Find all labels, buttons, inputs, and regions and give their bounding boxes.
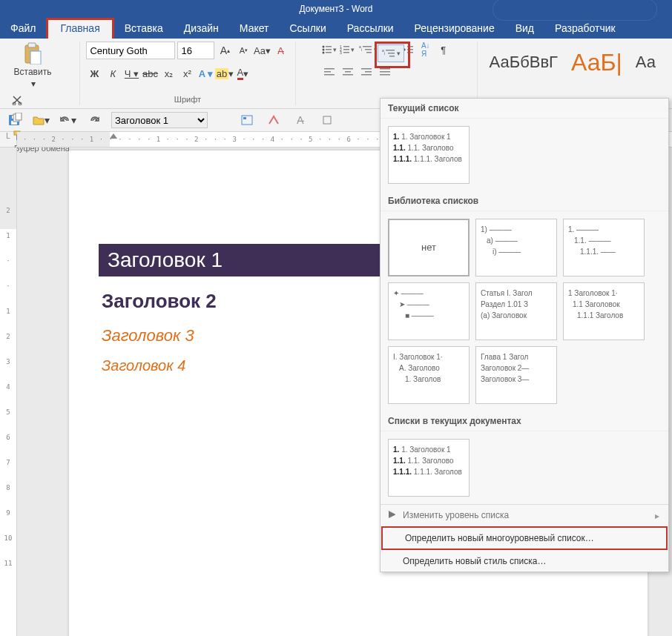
font-name-combo[interactable] xyxy=(86,42,175,59)
font-size-combo[interactable] xyxy=(177,42,214,59)
tab-design[interactable]: Дизайн xyxy=(174,18,229,39)
qat-btn-2[interactable] xyxy=(264,110,283,130)
dropdown-commands: ⯈ Изменить уровень списка ▸ Определить н… xyxy=(381,504,668,572)
svg-rect-45 xyxy=(386,50,395,51)
style-quick-selector[interactable]: Заголовок 1 xyxy=(111,112,208,128)
paste-button[interactable]: Вставить ▾ xyxy=(9,42,56,89)
svg-rect-24 xyxy=(365,49,372,50)
tab-file[interactable]: Файл xyxy=(0,18,46,39)
bold-button[interactable]: Ж xyxy=(86,65,102,82)
list-item[interactable]: Глава 1 Загол Заголовок 2— Заголовок 3— xyxy=(475,346,557,404)
change-case-button[interactable]: Aa▾ xyxy=(254,42,270,59)
svg-rect-43 xyxy=(380,74,390,76)
vruler-ticks: 2 1 · · 1 2 3 4 5 6 7 8 9 10 11 xyxy=(0,148,16,576)
show-marks-button[interactable]: ¶ xyxy=(435,42,452,58)
multilevel-list-button-active[interactable]: ai▾ xyxy=(378,44,404,62)
svg-rect-14 xyxy=(326,52,332,53)
decrease-font-button[interactable]: A▾ xyxy=(235,42,251,59)
svg-rect-30 xyxy=(407,49,413,50)
style-preview-3[interactable]: Аа xyxy=(636,53,656,72)
tab-review[interactable]: Рецензирование xyxy=(404,18,505,39)
align-left-button[interactable] xyxy=(321,64,337,80)
tab-references[interactable]: Ссылки xyxy=(279,18,336,39)
clipboard-icon xyxy=(21,42,45,65)
italic-button[interactable]: К xyxy=(105,65,121,82)
highlight-button[interactable]: ab▾ xyxy=(216,65,232,82)
ruler-ticks: · · · 2 · · · 1 · · · · · · 1 · · · 2 · … xyxy=(17,132,418,147)
window-title: Документ3 - Word xyxy=(299,4,372,14)
list-item[interactable]: 1. 1. Заголовок 1 1.1. 1.1. Заголово 1.1… xyxy=(388,439,470,497)
svg-point-11 xyxy=(322,49,324,51)
tab-mailings[interactable]: Рассылки xyxy=(337,18,404,39)
svg-rect-6 xyxy=(16,113,22,120)
svg-rect-35 xyxy=(343,68,353,70)
svg-rect-33 xyxy=(324,71,331,73)
tab-view[interactable]: Вид xyxy=(505,18,544,39)
superscript-button[interactable]: x² xyxy=(179,65,195,82)
tab-insert[interactable]: Вставка xyxy=(114,18,174,39)
numbering-button[interactable]: 123▾ xyxy=(339,42,355,58)
list-item[interactable]: ✦ ——— ➤ ——— ■ ——— xyxy=(388,282,470,340)
text-effects-button[interactable]: A ▾ xyxy=(197,65,214,82)
svg-rect-54 xyxy=(323,116,331,124)
font-color-button[interactable]: A▾ xyxy=(234,65,251,82)
svg-rect-1 xyxy=(28,43,36,47)
svg-rect-25 xyxy=(366,52,372,53)
svg-rect-10 xyxy=(326,46,332,47)
svg-rect-12 xyxy=(326,49,332,50)
svg-text:3: 3 xyxy=(340,50,342,54)
multilevel-list-dropdown: Текущий список 1. 1. Заголовок 1 1.1. 1.… xyxy=(380,98,669,572)
list-item[interactable]: 1) ——— a) ——— i) ——— xyxy=(475,219,557,276)
svg-rect-52 xyxy=(242,116,252,125)
justify-button[interactable] xyxy=(377,64,393,80)
svg-rect-18 xyxy=(343,49,349,50)
svg-rect-47 xyxy=(388,53,395,54)
align-right-button[interactable] xyxy=(358,64,375,80)
redo-button[interactable] xyxy=(85,110,104,130)
cmd-define-new-list-style[interactable]: Определить новый стиль списка… xyxy=(381,551,668,572)
increase-font-button[interactable]: A▴ xyxy=(217,42,233,59)
list-item[interactable]: 1. 1. Заголовок 1 1.1. 1.1. Заголово 1.1… xyxy=(388,126,470,184)
clear-formatting-button[interactable]: A̶ xyxy=(272,42,289,59)
copy-button[interactable] xyxy=(9,110,25,126)
svg-rect-42 xyxy=(380,71,390,73)
tab-layout[interactable]: Макет xyxy=(229,18,280,39)
svg-point-13 xyxy=(322,52,324,54)
qat-btn-4[interactable] xyxy=(317,110,337,130)
svg-rect-34 xyxy=(324,74,335,76)
section-doc-lists: Списки в текущих документах xyxy=(381,411,668,431)
list-item[interactable]: 1. ——— 1.1. ——— 1.1.1. —— xyxy=(563,219,645,276)
tab-developer[interactable]: Разработчик xyxy=(544,18,626,39)
svg-rect-40 xyxy=(361,74,372,76)
style-preview-heading[interactable]: АаБ| xyxy=(571,49,622,76)
bullets-button[interactable]: ▾ xyxy=(321,42,337,58)
group-styles: АаБбВвГ АаБ| Аа xyxy=(478,42,668,105)
list-item[interactable]: Статья I. Загол Раздел 1.01 З (a) Заголо… xyxy=(475,282,557,340)
svg-rect-32 xyxy=(324,68,335,70)
svg-text:i: i xyxy=(361,47,362,52)
subscript-button[interactable]: x₂ xyxy=(160,65,177,82)
group-font: A▴ A▾ Aa▾ A̶ Ж К Ч ▾ abc x₂ x² A ▾ ab▾ A… xyxy=(80,42,296,105)
svg-rect-22 xyxy=(363,46,372,47)
underline-button[interactable]: Ч ▾ xyxy=(123,65,139,82)
multilevel-list-button[interactable]: ai▾ xyxy=(357,42,381,58)
svg-rect-36 xyxy=(345,71,351,73)
list-item[interactable]: 1 Заголовок 1· 1.1 Заголовок 1.1.1 Загол… xyxy=(563,282,645,340)
cut-button[interactable] xyxy=(9,92,25,108)
vertical-ruler[interactable]: 2 1 · · 1 2 3 4 5 6 7 8 9 10 11 xyxy=(0,148,17,636)
list-item-none[interactable]: нет xyxy=(388,219,470,276)
qat-btn-1[interactable] xyxy=(237,110,257,130)
svg-rect-31 xyxy=(407,52,413,53)
style-preview-normal[interactable]: АаБбВвГ xyxy=(490,53,558,72)
indent-marker-icon[interactable] xyxy=(110,133,117,139)
list-item[interactable]: I. Заголовок 1· A. Заголово 1. Заголов xyxy=(388,346,470,404)
svg-rect-53 xyxy=(243,117,246,119)
sort-button[interactable]: А↓Я xyxy=(418,42,434,58)
qat-btn-3[interactable]: A̶ xyxy=(291,110,310,130)
strikethrough-button[interactable]: abc xyxy=(142,65,158,82)
align-center-button[interactable] xyxy=(340,64,356,80)
titlebar-decoration xyxy=(493,0,657,21)
paste-label: Вставить xyxy=(14,67,52,77)
tab-home[interactable]: Главная xyxy=(46,18,113,39)
cmd-define-new-multilevel-list[interactable]: Определить новый многоуровневый список… xyxy=(381,526,668,550)
